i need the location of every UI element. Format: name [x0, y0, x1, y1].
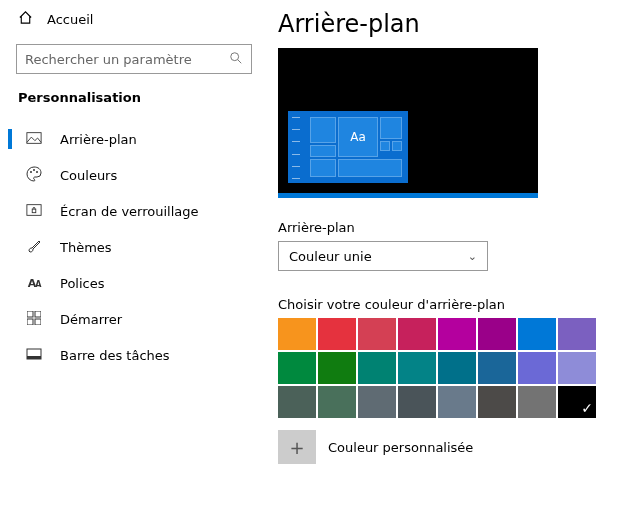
svg-rect-11	[35, 319, 41, 325]
color-swatch[interactable]	[398, 386, 436, 418]
nav-label: Thèmes	[60, 240, 112, 255]
home-label: Accueil	[47, 12, 93, 27]
plus-icon: +	[289, 437, 304, 458]
color-swatch-grid: ✓	[278, 318, 616, 418]
color-swatch[interactable]	[478, 352, 516, 384]
preview-tile	[310, 117, 336, 143]
svg-point-3	[30, 171, 32, 173]
home-icon	[18, 10, 33, 28]
fonts-icon: AA	[26, 277, 42, 290]
color-swatch[interactable]	[438, 386, 476, 418]
svg-point-5	[36, 171, 38, 173]
selection-marker	[8, 129, 12, 149]
custom-color-button[interactable]: +	[278, 430, 316, 464]
background-mode-label: Arrière-plan	[278, 220, 616, 235]
color-swatch[interactable]	[278, 352, 316, 384]
nav-label: Arrière-plan	[60, 132, 137, 147]
taskbar-icon	[26, 348, 42, 363]
search-input[interactable]: Rechercher un paramètre	[16, 44, 252, 74]
svg-rect-10	[27, 319, 33, 325]
color-swatch[interactable]	[358, 318, 396, 350]
search-placeholder: Rechercher un paramètre	[25, 52, 229, 67]
svg-rect-2	[27, 132, 41, 143]
palette-icon	[26, 166, 42, 185]
preview-start-side	[292, 117, 304, 179]
sidebar-item-lockscreen[interactable]: Écran de verrouillage	[8, 193, 260, 229]
background-mode-select[interactable]: Couleur unie ⌄	[278, 241, 488, 271]
color-swatch[interactable]	[518, 318, 556, 350]
preview-tile	[310, 159, 336, 177]
color-swatch[interactable]	[438, 318, 476, 350]
color-swatch[interactable]	[358, 386, 396, 418]
preview-tile	[380, 117, 402, 139]
preview-sample-text: Aa	[338, 117, 378, 157]
select-value: Couleur unie	[289, 249, 372, 264]
start-icon	[26, 311, 42, 328]
nav-label: Couleurs	[60, 168, 117, 183]
preview-start-menu: Aa	[288, 111, 408, 183]
preview-tile	[310, 145, 336, 157]
color-swatch[interactable]	[358, 352, 396, 384]
color-swatch[interactable]: ✓	[558, 386, 596, 418]
brush-icon	[26, 238, 42, 257]
preview-tile	[338, 159, 402, 177]
svg-rect-6	[27, 204, 41, 215]
custom-color-row: + Couleur personnalisée	[278, 430, 616, 464]
preview-tile	[380, 141, 390, 151]
search-icon	[229, 51, 243, 68]
nav-label: Barre des tâches	[60, 348, 170, 363]
sidebar-item-taskbar[interactable]: Barre des tâches	[8, 337, 260, 373]
color-swatch[interactable]	[438, 352, 476, 384]
nav-label: Écran de verrouillage	[60, 204, 199, 219]
sidebar-item-background[interactable]: Arrière-plan	[8, 121, 260, 157]
color-swatch[interactable]	[558, 352, 596, 384]
color-swatch[interactable]	[478, 318, 516, 350]
desktop-preview: Aa	[278, 48, 538, 198]
svg-line-1	[238, 59, 242, 63]
color-picker-label: Choisir votre couleur d'arrière-plan	[278, 297, 616, 312]
sidebar-item-start[interactable]: Démarrer	[8, 301, 260, 337]
color-swatch[interactable]	[318, 318, 356, 350]
nav-label: Démarrer	[60, 312, 122, 327]
color-swatch[interactable]	[478, 386, 516, 418]
color-swatch[interactable]	[518, 352, 556, 384]
svg-rect-8	[27, 311, 33, 317]
color-swatch[interactable]	[558, 318, 596, 350]
color-swatch[interactable]	[518, 386, 556, 418]
sidebar-item-themes[interactable]: Thèmes	[8, 229, 260, 265]
page-title: Arrière-plan	[278, 10, 616, 38]
color-swatch[interactable]	[278, 318, 316, 350]
svg-rect-7	[32, 209, 36, 213]
svg-rect-9	[35, 311, 41, 317]
sidebar-item-colors[interactable]: Couleurs	[8, 157, 260, 193]
color-swatch[interactable]	[398, 352, 436, 384]
section-title: Personnalisation	[8, 74, 260, 113]
sidebar-item-fonts[interactable]: AA Polices	[8, 265, 260, 301]
picture-icon	[26, 131, 42, 148]
color-swatch[interactable]	[278, 386, 316, 418]
color-swatch[interactable]	[318, 386, 356, 418]
svg-rect-13	[27, 356, 41, 359]
nav-list: Arrière-plan Couleurs Écran de verrouill…	[8, 121, 260, 373]
svg-point-0	[231, 52, 239, 60]
color-swatch[interactable]	[318, 352, 356, 384]
main-content: Arrière-plan Aa Arrière-plan Couleur uni…	[260, 0, 640, 512]
color-swatch[interactable]	[398, 318, 436, 350]
lock-icon	[26, 203, 42, 220]
home-link[interactable]: Accueil	[8, 10, 260, 36]
settings-sidebar: Accueil Rechercher un paramètre Personna…	[0, 0, 260, 512]
custom-color-label: Couleur personnalisée	[328, 440, 473, 455]
nav-label: Polices	[60, 276, 104, 291]
svg-point-4	[33, 169, 35, 171]
chevron-down-icon: ⌄	[468, 250, 477, 263]
preview-tile	[392, 141, 402, 151]
check-icon: ✓	[581, 400, 593, 416]
